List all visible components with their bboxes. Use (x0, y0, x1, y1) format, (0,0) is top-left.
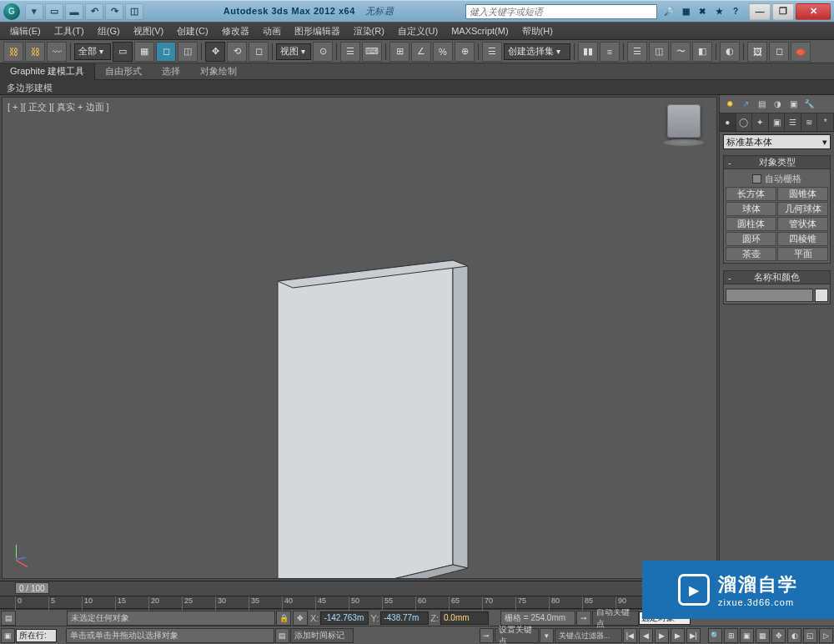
menu-6[interactable]: 动画 (256, 23, 288, 39)
play-icon[interactable] (655, 628, 669, 643)
menu-1[interactable]: 工具(T) (48, 23, 91, 39)
autokey-button[interactable]: 自动关键点 (592, 611, 639, 626)
menu-5[interactable]: 修改器 (215, 23, 256, 39)
lock-selection-icon[interactable] (276, 611, 291, 626)
coord-x-input[interactable]: -142.763m (320, 611, 369, 625)
primitive-圆柱体[interactable]: 圆柱体 (726, 217, 776, 231)
key-filters-button[interactable]: 关键点过滤器... (555, 628, 622, 643)
unlink-icon[interactable] (25, 42, 45, 62)
rollout-object-type-header[interactable]: - 对象类型 (724, 156, 830, 169)
max-viewport-icon[interactable]: ◱ (803, 628, 817, 643)
viewcube[interactable] (661, 104, 706, 149)
viewport-label[interactable]: [ + ][ 正交 ][ 真实 + 边面 ] (8, 101, 109, 113)
snap-2d-icon[interactable] (389, 42, 409, 62)
layer-manager-icon[interactable]: ☰ (627, 42, 647, 62)
menu-10[interactable]: MAXScript(M) (445, 24, 515, 38)
modify-tab-icon[interactable]: ↗ (739, 98, 752, 111)
app-logo[interactable]: G (3, 3, 20, 20)
shapes-tab[interactable]: ◯ (736, 113, 753, 131)
curve-editor-icon[interactable]: 〜 (671, 42, 691, 62)
menu-11[interactable]: 帮助(H) (515, 23, 560, 39)
comm-center-icon[interactable]: ▤ (275, 628, 289, 643)
zoom-extents-all-icon[interactable]: ▦ (756, 628, 770, 643)
scale-icon[interactable] (249, 42, 269, 62)
render-frame-icon[interactable]: ◻ (769, 42, 789, 62)
transform-type-icon[interactable]: ✥ (293, 611, 308, 626)
goto-end-icon[interactable] (686, 628, 701, 643)
primitive-平面[interactable]: 平面 (777, 247, 828, 261)
exchange-icon[interactable]: ✖ (696, 5, 709, 18)
mirror-icon[interactable]: ▮▮ (578, 42, 598, 62)
render-setup-icon[interactable]: 🖼 (747, 42, 767, 62)
geometry-tab[interactable]: ● (720, 113, 736, 131)
object-name-input[interactable] (726, 289, 813, 302)
select-region-icon[interactable]: ◻ (156, 42, 176, 62)
time-marker[interactable]: 0 / 100 (15, 582, 49, 594)
menu-9[interactable]: 自定义(U) (391, 23, 445, 39)
hierarchy-tab-icon[interactable]: ▤ (755, 98, 768, 111)
keyfilters-icon[interactable]: ▾ (540, 628, 554, 643)
primitive-茶壶[interactable]: 茶壶 (726, 247, 776, 261)
rollout-name-color-header[interactable]: - 名称和颜色 (724, 271, 830, 284)
coord-y-input[interactable]: -438.77m (380, 611, 429, 625)
utilities-tab-icon[interactable]: 🔧 (802, 98, 816, 111)
primitive-球体[interactable]: 球体 (726, 202, 776, 216)
ribbon-tab-0[interactable]: Graphite 建模工具 (0, 63, 95, 80)
ref-coord-combo[interactable]: 视图 ▾ (276, 43, 311, 60)
menu-0[interactable]: 编辑(E) (3, 23, 48, 39)
favorites-icon[interactable]: ★ (712, 5, 726, 18)
window-crossing-icon[interactable]: ◫ (178, 42, 198, 62)
ribbon-tab-2[interactable]: 选择 (152, 63, 190, 80)
coord-z-input[interactable]: 0.0mm (440, 611, 489, 625)
qat-save-icon[interactable]: ▬ (65, 3, 83, 20)
minimize-button[interactable]: — (749, 3, 771, 20)
menu-3[interactable]: 视图(V) (127, 23, 171, 39)
prev-frame-icon[interactable] (639, 628, 653, 643)
menu-4[interactable]: 创建(C) (170, 23, 214, 39)
keyboard-shortcut-icon[interactable]: ⌨ (362, 42, 382, 62)
spinner-snap-icon[interactable]: ⊕ (455, 42, 475, 62)
help-icon[interactable]: ? (729, 5, 742, 18)
primitive-长方体[interactable]: 长方体 (726, 187, 776, 201)
qat-project-icon[interactable]: ◫ (125, 3, 143, 20)
create-tab-icon[interactable]: ✹ (723, 98, 736, 111)
primitive-四棱锥[interactable]: 四棱锥 (777, 232, 828, 246)
pan-icon[interactable]: ✥ (771, 628, 786, 643)
add-time-tag-button[interactable]: 添加时间标记 (290, 628, 354, 643)
material-editor-icon[interactable] (720, 42, 740, 62)
snap-angle-icon[interactable]: ∠ (411, 42, 431, 62)
pivot-icon[interactable]: ⊙ (313, 42, 333, 62)
systems-tab[interactable]: * (817, 113, 834, 131)
infocenter-icon[interactable]: 🔎 (662, 5, 676, 18)
viewcube-cube-icon[interactable] (667, 104, 701, 138)
snap-percent-icon[interactable]: % (433, 42, 453, 62)
close-button[interactable]: ✕ (796, 3, 831, 20)
zoom-extents-icon[interactable]: ▣ (740, 628, 754, 643)
maximize-button[interactable]: ❐ (772, 3, 794, 20)
zoom-all-icon[interactable]: ⊞ (724, 628, 738, 643)
box-primitive[interactable] (253, 223, 486, 579)
select-object-icon[interactable]: ▭ (113, 42, 133, 62)
primitive-管状体[interactable]: 管状体 (777, 217, 828, 231)
selection-set-btn[interactable]: ☰ (482, 42, 502, 62)
lights-tab[interactable]: ✦ (752, 113, 769, 131)
subscription-icon[interactable]: ▦ (679, 5, 692, 18)
key-mode-icon[interactable]: ⊸ (576, 611, 591, 626)
setkey-btn-icon[interactable]: ⊸ (480, 628, 494, 643)
goto-start-icon[interactable] (623, 628, 637, 643)
move-icon[interactable] (205, 42, 225, 62)
object-color-swatch[interactable] (815, 289, 828, 302)
orbit-icon[interactable]: ◐ (787, 628, 801, 643)
menu-2[interactable]: 组(G) (91, 23, 127, 39)
select-manipulate-icon[interactable]: ☰ (340, 42, 360, 62)
ribbon-tab-1[interactable]: 自由形式 (95, 63, 152, 80)
zoom-icon[interactable]: 🔍 (708, 628, 722, 643)
menu-7[interactable]: 图形编辑器 (288, 23, 347, 39)
category-combo[interactable]: 标准基本体▾ (723, 134, 831, 149)
viewport[interactable]: [ + ][ 正交 ][ 真实 + 边面 ] (2, 97, 717, 579)
search-input[interactable] (465, 4, 657, 19)
cameras-tab[interactable]: ▣ (769, 113, 786, 131)
setkey-button[interactable]: 设置关键点 (495, 628, 539, 643)
next-frame-icon[interactable]: ▶ (671, 628, 685, 643)
render-icon[interactable]: 🫖 (791, 42, 811, 62)
